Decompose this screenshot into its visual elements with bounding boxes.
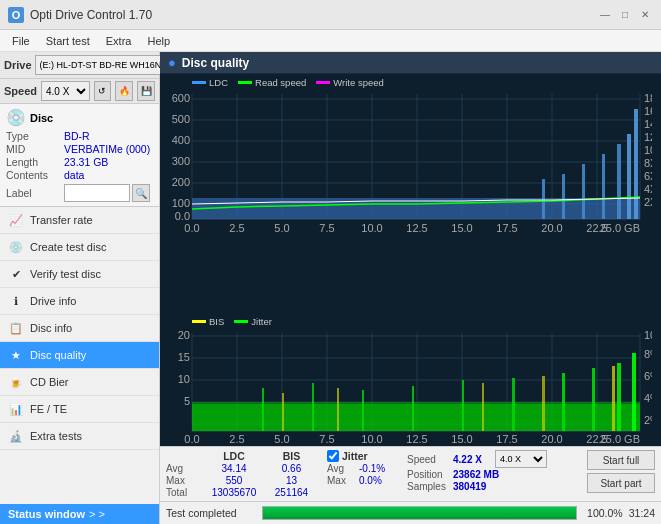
start-full-button[interactable]: Start full	[587, 450, 655, 470]
progress-bar-container	[262, 506, 577, 520]
menu-help[interactable]: Help	[139, 33, 178, 49]
status-window[interactable]: Status window > >	[0, 504, 159, 524]
svg-text:4%: 4%	[644, 392, 652, 404]
nav-create-test-disc[interactable]: 💿 Create test disc	[0, 234, 159, 261]
menu-file[interactable]: File	[4, 33, 38, 49]
svg-rect-51	[617, 144, 621, 219]
svg-rect-53	[634, 109, 638, 219]
svg-text:12.5: 12.5	[406, 433, 427, 445]
nav-drive-info-label: Drive info	[30, 295, 76, 307]
minimize-button[interactable]: —	[597, 7, 613, 23]
stats-area: LDC BIS Avg 34.14 0.66 Max 550 13 Total …	[160, 446, 661, 501]
max-bis-value: 13	[264, 475, 319, 486]
progress-percent: 100.0%	[583, 507, 623, 519]
disc-label-input[interactable]	[64, 184, 130, 202]
start-part-button[interactable]: Start part	[587, 473, 655, 493]
position-value: 23862 MB	[453, 469, 499, 480]
nav-drive-info[interactable]: ℹ Drive info	[0, 288, 159, 315]
jitter-checkbox[interactable]	[327, 450, 339, 462]
progress-time: 31:24	[629, 507, 655, 519]
save-button[interactable]: 💾	[137, 81, 155, 101]
disc-info-icon: 📋	[8, 320, 24, 336]
samples-row: Samples 380419	[407, 481, 579, 492]
main-layout: Drive (E:) HL-DT-ST BD-RE WH16NS58 TST4 …	[0, 52, 661, 524]
svg-text:8X: 8X	[644, 157, 652, 169]
nav-fe-te[interactable]: 📊 FE / TE	[0, 396, 159, 423]
nav-verify-test-disc[interactable]: ✔ Verify test disc	[0, 261, 159, 288]
menu-start-test[interactable]: Start test	[38, 33, 98, 49]
svg-text:2X: 2X	[644, 196, 652, 208]
maximize-button[interactable]: □	[617, 7, 633, 23]
svg-text:7.5: 7.5	[319, 222, 334, 234]
burn-button[interactable]: 🔥	[115, 81, 133, 101]
disc-label-search-button[interactable]: 🔍	[132, 184, 150, 202]
menu-extra[interactable]: Extra	[98, 33, 140, 49]
svg-text:400: 400	[172, 134, 190, 146]
nav-items: 📈 Transfer rate 💿 Create test disc ✔ Ver…	[0, 207, 159, 504]
disc-icon: 💿	[6, 108, 26, 127]
speed-stats-label: Speed	[407, 454, 449, 465]
svg-rect-102	[617, 363, 621, 431]
svg-text:200: 200	[172, 176, 190, 188]
svg-text:2%: 2%	[644, 414, 652, 426]
svg-rect-49	[582, 164, 585, 219]
svg-rect-103	[632, 353, 636, 431]
nav-disc-quality[interactable]: ★ Disc quality	[0, 342, 159, 369]
svg-text:15: 15	[178, 351, 190, 363]
speed-stats-select[interactable]: 4.0 X	[495, 450, 547, 468]
jitter-max-row: Max 0.0%	[327, 475, 399, 486]
svg-rect-106	[482, 383, 484, 431]
stats-total-row: Total 13035670 251164	[166, 487, 319, 498]
nav-create-test-disc-label: Create test disc	[30, 241, 106, 253]
svg-rect-104	[282, 393, 284, 431]
create-test-disc-icon: 💿	[8, 239, 24, 255]
svg-text:6%: 6%	[644, 370, 652, 382]
jitter-max-label: Max	[327, 475, 355, 486]
samples-value: 380419	[453, 481, 486, 492]
drive-row: Drive (E:) HL-DT-ST BD-RE WH16NS58 TST4 …	[0, 52, 159, 79]
disc-length-value: 23.31 GB	[64, 156, 108, 168]
svg-rect-105	[337, 388, 339, 431]
nav-extra-tests[interactable]: 🔬 Extra tests	[0, 423, 159, 450]
window-controls: — □ ✕	[597, 7, 653, 23]
nav-transfer-rate[interactable]: 📈 Transfer rate	[0, 207, 159, 234]
svg-text:6X: 6X	[644, 170, 652, 182]
disc-header-label: Disc	[30, 112, 53, 124]
jitter-avg-value: -0.1%	[359, 463, 399, 474]
legend-write-speed: Write speed	[316, 77, 384, 88]
app-icon: O	[8, 7, 24, 23]
speed-select[interactable]: 4.0 X	[41, 81, 90, 101]
read-speed-color	[238, 81, 252, 84]
speed-row: Speed 4.0 X ↺ 🔥 💾	[0, 79, 159, 104]
svg-text:600: 600	[172, 92, 190, 104]
nav-disc-info[interactable]: 📋 Disc info	[0, 315, 159, 342]
status-window-label: Status window	[8, 508, 85, 520]
close-button[interactable]: ✕	[637, 7, 653, 23]
status-window-arrows: > >	[89, 508, 105, 520]
svg-text:100: 100	[172, 197, 190, 209]
legend-jitter-label: Jitter	[251, 316, 272, 327]
nav-cd-bier[interactable]: 🍺 CD Bier	[0, 369, 159, 396]
svg-text:17.5: 17.5	[496, 222, 517, 234]
svg-text:25.0 GB: 25.0 GB	[600, 433, 640, 445]
svg-text:12X: 12X	[644, 131, 652, 143]
svg-text:0.0: 0.0	[175, 210, 190, 222]
svg-rect-96	[362, 390, 364, 431]
bottom-chart-svg: 20 15 10 5 10% 8% 6% 4% 2% 0.0 2.5 5.0 7…	[162, 328, 652, 446]
svg-text:20.0: 20.0	[541, 222, 562, 234]
avg-label: Avg	[166, 463, 204, 474]
svg-text:14X: 14X	[644, 118, 652, 130]
avg-bis-value: 0.66	[264, 463, 319, 474]
ldc-bis-table: LDC BIS Avg 34.14 0.66 Max 550 13 Total …	[166, 450, 319, 498]
fe-te-icon: 📊	[8, 401, 24, 417]
refresh-speed-button[interactable]: ↺	[94, 81, 112, 101]
svg-rect-108	[612, 366, 615, 431]
jitter-avg-row: Avg -0.1%	[327, 463, 399, 474]
svg-text:0.0: 0.0	[184, 433, 199, 445]
svg-text:5.0: 5.0	[274, 222, 289, 234]
svg-rect-47	[542, 179, 545, 219]
svg-rect-98	[462, 380, 464, 431]
svg-text:10.0: 10.0	[361, 222, 382, 234]
svg-text:4X: 4X	[644, 183, 652, 195]
left-panel: Drive (E:) HL-DT-ST BD-RE WH16NS58 TST4 …	[0, 52, 160, 524]
